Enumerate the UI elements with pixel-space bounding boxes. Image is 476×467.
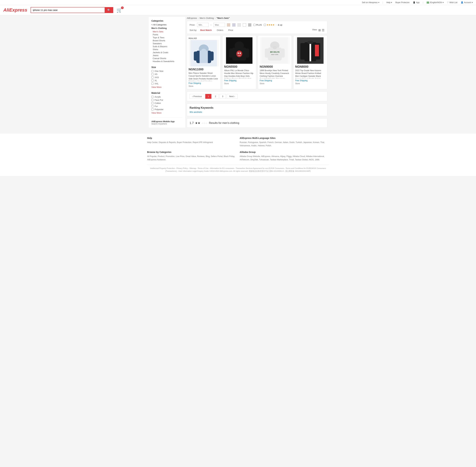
product-image: BR OKLYN NEW YORK — [260, 37, 290, 64]
material-option[interactable]: Cotton — [151, 102, 182, 104]
logo[interactable]: AliExpress — [3, 7, 27, 13]
footer-section: Alibaba Group Alibaba Group Website, Ali… — [240, 151, 329, 161]
sidebar-subcategory[interactable]: Men's Sets — [153, 30, 182, 33]
list-view-icon[interactable]: ☰ — [322, 28, 325, 32]
search-button[interactable]: 🔍 — [105, 7, 113, 13]
next-button[interactable]: Next › — [227, 94, 237, 99]
page-1-button[interactable]: 1 — [205, 94, 211, 99]
product-card[interactable]: NGN8000 2022 Top Grade New Autumn Winter… — [293, 36, 327, 89]
view-more-materials[interactable]: View More — [151, 112, 182, 114]
sidebar-subcategory[interactable]: Suits & Blazers — [153, 45, 182, 48]
price-min-input[interactable] — [197, 23, 209, 27]
color-swatch-5[interactable] — [248, 23, 251, 26]
sidebar-subcategory[interactable]: Shirts — [153, 48, 182, 51]
product-card[interactable]: REALXIZI NGN11000 Men Fleece Sweater Str… — [187, 36, 221, 89]
wishlist-link[interactable]: ♡ Wish List — [447, 1, 458, 4]
product-description: Men Fleece Sweater Street Casual Sports … — [189, 72, 219, 81]
material-checkbox[interactable] — [151, 108, 153, 110]
product-card[interactable]: BR OKLYN NEW YORK NGN9000 1898 Brooklyn … — [258, 36, 292, 89]
material-option[interactable]: Polyester — [151, 108, 182, 111]
size-option[interactable]: XXL — [151, 82, 182, 85]
page-2-button[interactable]: 2 — [212, 94, 218, 99]
sidebar-subcategory[interactable]: Pants — [153, 33, 182, 36]
plus-check[interactable] — [253, 24, 256, 26]
view-more-sizes[interactable]: View More — [151, 86, 182, 88]
material-title: Material — [151, 92, 182, 94]
material-option[interactable]: Acrylic — [151, 96, 182, 98]
sort-orders[interactable]: Orders — [215, 28, 225, 32]
sidebar-subcategory[interactable]: Sweaters — [153, 42, 182, 45]
size-checkbox[interactable] — [151, 76, 153, 78]
material-checkbox[interactable] — [151, 102, 153, 104]
svg-point-13 — [238, 52, 239, 54]
size-checkbox[interactable] — [151, 79, 153, 82]
material-checkbox[interactable] — [151, 96, 153, 98]
product-store[interactable]: Store — [224, 82, 254, 85]
breadcrumb-category[interactable]: Men's Clothing — [200, 17, 214, 19]
product-price: NGN11000 — [189, 68, 219, 71]
product-store[interactable]: Store — [295, 82, 326, 85]
sizes-list: One SizeXSXXSXLXXL — [151, 70, 182, 85]
rating-checkbox[interactable]: ★★★★☆ & up — [264, 24, 282, 26]
svg-rect-4 — [194, 52, 198, 61]
footer-section-title: Help — [147, 137, 236, 139]
help-link[interactable]: Help ▾ — [386, 1, 392, 4]
prev-button[interactable]: ‹ Previous — [190, 94, 204, 99]
material-checkbox[interactable] — [151, 99, 153, 101]
help-label: Help — [386, 1, 391, 4]
sort-best-match[interactable]: Best Match — [199, 28, 213, 32]
size-option[interactable]: XXS — [151, 76, 182, 78]
cart-icon[interactable]: 🛒 0 — [117, 7, 122, 13]
sidebar-subcategory[interactable]: Tops & Tees — [153, 36, 182, 39]
sell-link[interactable]: Sell on Aliexpress ▾ — [362, 1, 379, 4]
product-description: Album PNL Le Monde Chico Hoodie Men Wome… — [224, 69, 254, 78]
sidebar-subcategory[interactable]: Hoodies & Sweatshirts — [153, 60, 182, 63]
plus-checkbox[interactable]: PLUS — [253, 24, 262, 26]
sidebar-subcategory[interactable]: Jackets & Coats — [153, 51, 182, 54]
search-input[interactable] — [31, 7, 105, 13]
color-swatch-2[interactable] — [232, 23, 235, 26]
mobile-app-section: AliExpress Mobile App Search Anywhere — [151, 117, 182, 125]
svg-point-12 — [236, 51, 242, 57]
color-swatch-4[interactable] — [243, 23, 246, 26]
phone-icon: 📱 — [413, 1, 415, 4]
page-3-button[interactable]: 3 — [219, 94, 226, 99]
footer-section: Browse by Categories All Popular, Produc… — [147, 151, 236, 161]
material-checkbox[interactable] — [151, 105, 153, 107]
size-option[interactable]: XS — [151, 73, 182, 76]
rating-check[interactable] — [264, 24, 266, 26]
material-option[interactable]: Faux Fur — [151, 99, 182, 101]
product-store[interactable]: Store — [260, 82, 290, 85]
all-categories-link[interactable]: < All Categories — [151, 24, 182, 26]
product-card[interactable]: NGN5500 Album PNL Le Monde Chico Hoodie … — [222, 36, 256, 89]
sidebar-subcategory[interactable]: Casual Shorts — [153, 57, 182, 60]
color-swatch-3[interactable] — [237, 23, 241, 26]
ranking-keyword[interactable]: 90s aesthetic — [190, 111, 202, 113]
footer-section-links: Alibaba Group Website, AliExpress, Alima… — [240, 155, 329, 161]
svg-rect-26 — [310, 42, 311, 61]
price-max-input[interactable] — [213, 23, 225, 27]
sort-price[interactable]: Price — [227, 28, 235, 32]
color-swatch-1[interactable] — [227, 23, 230, 26]
material-option[interactable]: Fur — [151, 105, 182, 107]
sell-chevron-icon: ▾ — [378, 1, 379, 4]
size-checkbox[interactable] — [151, 73, 153, 75]
size-option[interactable]: One Size — [151, 70, 182, 72]
grid-view-icon[interactable]: ⊞ — [318, 28, 321, 32]
breadcrumb-home[interactable]: AliExpress — [187, 17, 197, 19]
nav-divider-2: | — [423, 1, 423, 4]
size-checkbox[interactable] — [151, 70, 153, 72]
app-link[interactable]: 📱 App — [413, 1, 420, 4]
breadcrumb: AliExpress › Men's Clothing › "Men's Set… — [187, 17, 327, 19]
sidebar-subcategory[interactable]: Board Shorts — [153, 39, 182, 42]
product-store[interactable]: Store — [189, 85, 219, 87]
account-link[interactable]: 👤 Account ▾ — [461, 1, 473, 4]
sidebar-subcategory[interactable]: Jeans — [153, 54, 182, 57]
footer-section: AliExpress Multi-Language Sites Russian,… — [240, 137, 329, 147]
view-toggle: View: ⊞ ☰ — [312, 28, 325, 32]
material-label: Cotton — [155, 102, 161, 104]
language-selector[interactable]: /English/NGN ▾ — [427, 1, 444, 4]
size-option[interactable]: XL — [151, 79, 182, 82]
size-checkbox[interactable] — [151, 83, 153, 85]
buyer-protection-link[interactable]: Buyer Protecion — [395, 1, 409, 4]
